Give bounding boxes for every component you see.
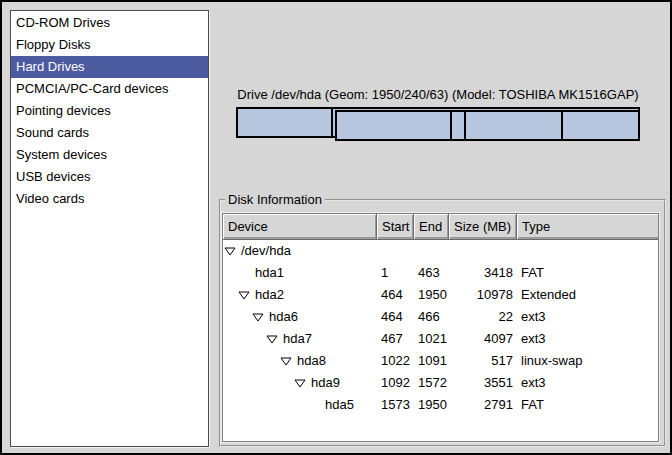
tree-indent [224, 383, 294, 384]
tree-indent [224, 405, 308, 406]
sidebar-item-sound-cards[interactable]: Sound cards [11, 122, 208, 144]
size-cell: 3418 [449, 262, 517, 284]
column-header-type[interactable]: Type [517, 214, 659, 240]
disk-information-legend: Disk Information [225, 192, 325, 207]
sidebar-item-hard-drives[interactable]: Hard Drives [11, 56, 208, 78]
end-cell [414, 240, 449, 262]
device-cell: hda5 [223, 394, 377, 416]
size-cell: 517 [449, 350, 517, 372]
tree-indent [224, 273, 238, 274]
start-cell [377, 240, 414, 262]
type-cell: linux-swap [517, 350, 659, 372]
column-header-size-mb-[interactable]: Size (MB) [449, 214, 517, 240]
column-header-end[interactable]: End [414, 214, 449, 240]
sidebar-item-cd-rom-drives[interactable]: CD-ROM Drives [11, 12, 208, 34]
table-row-hda2[interactable]: hda2464195010978Extended [223, 284, 658, 306]
device-cell: /dev/hda [223, 240, 377, 262]
sidebar-item-system-devices[interactable]: System devices [11, 144, 208, 166]
column-header-device[interactable]: Device [223, 214, 377, 240]
tree-expander-icon[interactable] [224, 247, 241, 256]
sidebar-item-usb-devices[interactable]: USB devices [11, 166, 208, 188]
partition-segment-extended [335, 110, 640, 141]
table-row-hda5[interactable]: hda5157319502791FAT [223, 394, 658, 416]
table-row--dev-hda[interactable]: /dev/hda [223, 240, 658, 262]
type-cell: Extended [517, 284, 659, 306]
tree-expander-icon[interactable] [266, 335, 283, 344]
device-cell: hda9 [223, 372, 377, 394]
tree-indent [224, 339, 266, 340]
device-cell: hda2 [223, 284, 377, 306]
device-name: hda2 [255, 284, 284, 306]
partition-divider-primary [331, 107, 333, 138]
end-cell: 1091 [414, 350, 449, 372]
sidebar-item-pointing-devices[interactable]: Pointing devices [11, 100, 208, 122]
device-cell: hda6 [223, 306, 377, 328]
end-cell: 1950 [414, 284, 449, 306]
table-row-hda9[interactable]: hda9109215723551ext3 [223, 372, 658, 394]
start-cell: 464 [377, 306, 414, 328]
device-cell: hda8 [223, 350, 377, 372]
start-cell: 1092 [377, 372, 414, 394]
type-cell: FAT [517, 394, 659, 416]
tree-indent [224, 317, 252, 318]
start-cell: 1573 [377, 394, 414, 416]
size-cell: 2791 [449, 394, 517, 416]
table-row-hda7[interactable]: hda746710214097ext3 [223, 328, 658, 350]
type-cell [517, 240, 659, 262]
sidebar-item-video-cards[interactable]: Video cards [11, 188, 208, 210]
size-cell: 4097 [449, 328, 517, 350]
type-cell: ext3 [517, 372, 659, 394]
size-cell: 22 [449, 306, 517, 328]
device-cell: hda1 [223, 262, 377, 284]
device-name: hda7 [283, 328, 312, 350]
hardware-browser-window: CD-ROM DrivesFloppy DisksHard DrivesPCMC… [0, 0, 672, 455]
start-cell: 464 [377, 284, 414, 306]
start-cell: 1022 [377, 350, 414, 372]
device-name: hda8 [297, 350, 326, 372]
disk-table-header: DeviceStartEndSize (MB)Type [223, 214, 658, 240]
device-name: hda5 [325, 394, 354, 416]
sidebar-item-pcmcia-pc-card-devices[interactable]: PCMCIA/PC-Card devices [11, 78, 208, 100]
end-cell: 466 [414, 306, 449, 328]
size-cell: 3551 [449, 372, 517, 394]
tree-expander-icon[interactable] [252, 313, 269, 322]
start-cell: 1 [377, 262, 414, 284]
size-cell [449, 240, 517, 262]
table-row-hda1[interactable]: hda114633418FAT [223, 262, 658, 284]
disk-table-body: /dev/hdahda114633418FAThda2464195010978E… [223, 240, 658, 416]
partition-divider-logical-2 [561, 112, 563, 139]
type-cell: ext3 [517, 306, 659, 328]
device-cell: hda7 [223, 328, 377, 350]
size-cell: 10978 [449, 284, 517, 306]
partition-divider-logical-1 [464, 112, 466, 139]
start-cell: 467 [377, 328, 414, 350]
table-row-hda8[interactable]: hda810221091517linux-swap [223, 350, 658, 372]
tree-expander-icon[interactable] [238, 291, 255, 300]
tree-indent [224, 361, 280, 362]
end-cell: 463 [414, 262, 449, 284]
sidebar-item-floppy-disks[interactable]: Floppy Disks [11, 34, 208, 56]
tree-indent [224, 295, 238, 296]
partition-bar [236, 107, 640, 147]
partition-divider-logical-0 [450, 112, 452, 139]
end-cell: 1021 [414, 328, 449, 350]
type-cell: FAT [517, 262, 659, 284]
device-name: hda9 [311, 372, 340, 394]
end-cell: 1950 [414, 394, 449, 416]
end-cell: 1572 [414, 372, 449, 394]
tree-expander-icon[interactable] [280, 357, 297, 366]
disk-information-table: DeviceStartEndSize (MB)Type /dev/hdahda1… [222, 213, 659, 442]
device-name: /dev/hda [241, 240, 291, 262]
column-header-start[interactable]: Start [377, 214, 414, 240]
device-name: hda6 [269, 306, 298, 328]
tree-expander-icon[interactable] [294, 379, 311, 388]
device-category-list[interactable]: CD-ROM DrivesFloppy DisksHard DrivesPCMC… [10, 10, 209, 447]
drive-geometry-label: Drive /dev/hda (Geom: 1950/240/63) (Mode… [236, 87, 640, 102]
type-cell: ext3 [517, 328, 659, 350]
device-name: hda1 [255, 262, 284, 284]
table-row-hda6[interactable]: hda646446622ext3 [223, 306, 658, 328]
